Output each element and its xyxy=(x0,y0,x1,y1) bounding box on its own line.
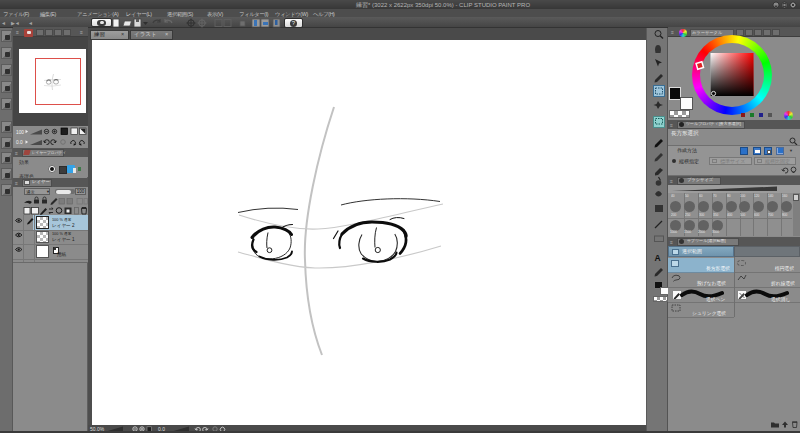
svg-text:100: 100 xyxy=(16,130,24,135)
svg-text:0.0: 0.0 xyxy=(16,140,23,145)
svg-text:A: A xyxy=(655,253,661,263)
